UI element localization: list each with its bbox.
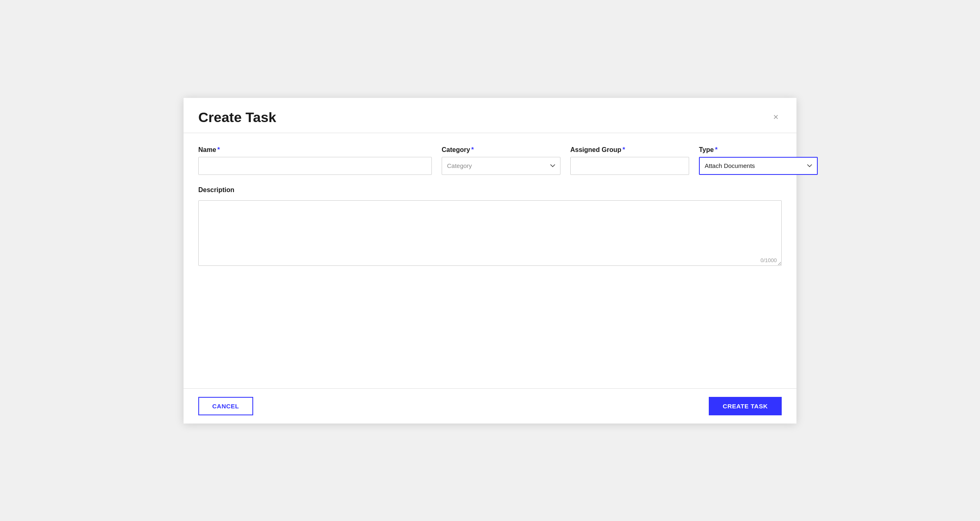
modal-footer: CANCEL CREATE TASK — [184, 388, 796, 424]
close-button[interactable]: × — [770, 111, 782, 123]
assigned-group-required-star: * — [622, 146, 625, 154]
name-field-group: Name * — [198, 146, 432, 175]
assigned-group-label: Assigned Group * — [570, 146, 689, 154]
name-required-star: * — [218, 146, 220, 154]
type-field-group: Type * Attach Documents — [699, 146, 818, 175]
assigned-group-input[interactable] — [570, 157, 689, 175]
category-field-group: Category * Category — [442, 146, 560, 175]
name-label: Name * — [198, 146, 432, 154]
assigned-group-field-group: Assigned Group * — [570, 146, 689, 175]
category-required-star: * — [471, 146, 474, 154]
create-task-modal: Create Task × Name * Category * Cate — [184, 98, 796, 424]
name-input[interactable] — [198, 157, 432, 175]
modal-body: Name * Category * Category Assigned Grou… — [184, 133, 796, 388]
type-label: Type * — [699, 146, 818, 154]
type-select[interactable]: Attach Documents — [699, 157, 818, 175]
form-row-main: Name * Category * Category Assigned Grou… — [198, 146, 782, 175]
cancel-button[interactable]: CANCEL — [198, 397, 253, 415]
description-label: Description — [198, 186, 782, 194]
description-textarea[interactable] — [198, 200, 782, 266]
modal-title: Create Task — [198, 109, 276, 125]
modal-header: Create Task × — [184, 98, 796, 133]
create-task-button[interactable]: CREATE TASK — [709, 397, 782, 415]
description-wrapper: 0/1000 — [198, 200, 782, 267]
description-field-group: Description 0/1000 — [198, 186, 782, 267]
category-select[interactable]: Category — [442, 157, 560, 175]
category-label: Category * — [442, 146, 560, 154]
type-required-star: * — [715, 146, 717, 154]
